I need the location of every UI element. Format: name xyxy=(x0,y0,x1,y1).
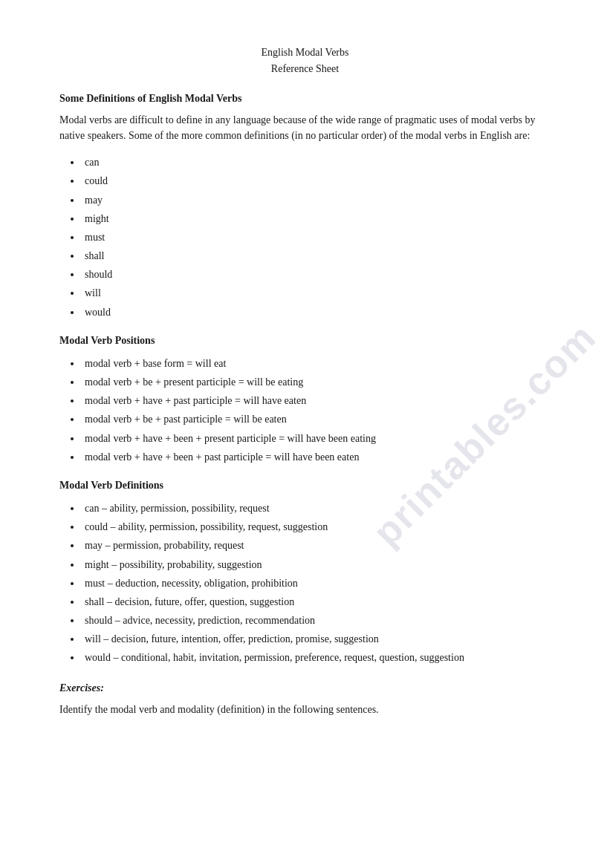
list-item: shall – decision, future, offer, questio… xyxy=(82,593,551,611)
list-item: modal verb + be + past participle = will… xyxy=(82,410,551,428)
list-item: modal verb + have + past participle = wi… xyxy=(82,391,551,410)
section1-heading: Some Definitions of English Modal Verbs xyxy=(59,93,551,105)
title-line2: Reference Sheet xyxy=(59,61,551,77)
list-item: would xyxy=(82,303,551,322)
intro-paragraph: Modal verbs are difficult to define in a… xyxy=(59,112,551,144)
list-item: modal verb + have + been + present parti… xyxy=(82,429,551,448)
list-item: should – advice, necessity, prediction, … xyxy=(82,611,551,630)
exercises-text: Identify the modal verb and modality (de… xyxy=(59,702,551,718)
list-item: can xyxy=(82,153,551,172)
section2-heading: Modal Verb Positions xyxy=(59,335,551,347)
list-item: can – ability, permission, possibility, … xyxy=(82,499,551,518)
title-line1: English Modal Verbs xyxy=(59,45,551,61)
page-title: English Modal Verbs Reference Sheet xyxy=(59,45,551,78)
list-item: should xyxy=(82,265,551,284)
modal-verbs-list: cancouldmaymightmustshallshouldwillwould xyxy=(59,153,551,322)
list-item: will xyxy=(82,284,551,302)
exercises-label: Exercises: xyxy=(59,682,551,694)
page: printables.com English Modal Verbs Refer… xyxy=(0,0,610,868)
list-item: modal verb + have + been + past particip… xyxy=(82,448,551,466)
list-item: would – conditional, habit, invitation, … xyxy=(82,648,551,667)
list-item: might – possibility, probability, sugges… xyxy=(82,555,551,574)
section3-heading: Modal Verb Definitions xyxy=(59,480,551,492)
list-item: will – decision, future, intention, offe… xyxy=(82,630,551,648)
list-item: modal verb + be + present participle = w… xyxy=(82,373,551,391)
list-item: must – deduction, necessity, obligation,… xyxy=(82,574,551,593)
list-item: may – permission, probability, request xyxy=(82,536,551,555)
list-item: modal verb + base form = will eat xyxy=(82,354,551,373)
list-item: could – ability, permission, possibility… xyxy=(82,518,551,536)
list-item: might xyxy=(82,209,551,228)
positions-list: modal verb + base form = will eatmodal v… xyxy=(59,354,551,466)
list-item: may xyxy=(82,191,551,209)
list-item: shall xyxy=(82,247,551,265)
list-item: could xyxy=(82,172,551,190)
list-item: must xyxy=(82,228,551,247)
definitions-list: can – ability, permission, possibility, … xyxy=(59,499,551,668)
